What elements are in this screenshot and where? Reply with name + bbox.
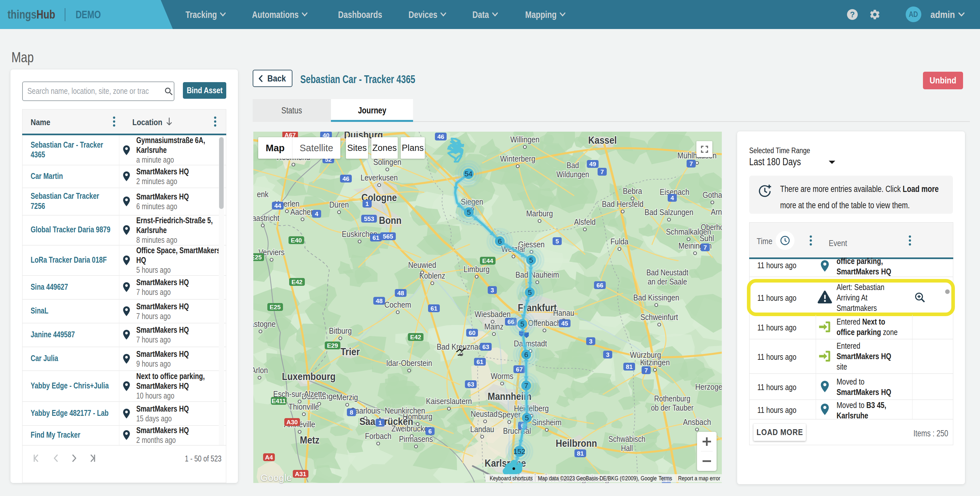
svg-text:Arlon: Arlon (253, 365, 268, 375)
svg-text:3: 3 (606, 351, 610, 358)
svg-text:Bad Salzungen: Bad Salzungen (644, 207, 694, 217)
svg-text:Arnst: Arnst (711, 207, 722, 216)
svg-text:E42: E42 (291, 279, 302, 286)
svg-text:Herzogenaurac: Herzogenaurac (695, 382, 722, 391)
svg-text:Schweinfurt: Schweinfurt (640, 312, 678, 322)
svg-text:3: 3 (491, 287, 494, 294)
svg-text:48: 48 (375, 297, 382, 304)
svg-text:5: 5 (467, 208, 471, 216)
svg-text:3: 3 (589, 338, 593, 345)
svg-text:Willingen: Willingen (510, 135, 539, 144)
svg-text:Leverkusen: Leverkusen (361, 173, 398, 182)
svg-text:Oberho: Oberho (701, 223, 722, 232)
svg-text:Bad: Bad (566, 161, 579, 170)
svg-text:E25: E25 (253, 254, 262, 261)
svg-text:Mainz: Mainz (484, 322, 504, 331)
svg-text:Wildungen: Wildungen (557, 170, 589, 179)
svg-text:Bebra: Bebra (623, 186, 642, 196)
svg-text:E411: E411 (272, 397, 286, 404)
svg-text:Bad Kissingen: Bad Kissingen (633, 293, 679, 302)
svg-text:Schwäbisch: Schwäbisch (608, 434, 645, 444)
svg-text:6: 6 (498, 237, 502, 245)
svg-text:E29: E29 (327, 342, 338, 349)
svg-text:Düren: Düren (329, 200, 349, 209)
svg-text:Kitzingen: Kitzingen (640, 358, 670, 367)
svg-text:5: 5 (555, 238, 559, 245)
svg-text:7: 7 (524, 382, 528, 390)
svg-text:4: 4 (671, 194, 674, 201)
svg-text:5: 5 (528, 288, 532, 297)
svg-text:Marburg: Marburg (526, 208, 553, 218)
svg-text:63: 63 (482, 343, 489, 350)
svg-text:5: 5 (529, 256, 533, 264)
svg-text:Metz: Metz (300, 434, 320, 446)
svg-text:Pirmasens: Pirmasens (399, 434, 433, 444)
svg-text:Maastricht: Maastricht (253, 213, 279, 223)
svg-text:60: 60 (468, 329, 475, 336)
svg-text:Trier: Trier (341, 346, 360, 358)
svg-text:Bad Hersfeld: Bad Hersfeld (602, 199, 644, 208)
svg-text:Hall: Hall (621, 444, 633, 453)
svg-text:Rothenburg: Rothenburg (654, 394, 690, 403)
svg-text:565: 565 (383, 233, 393, 240)
svg-text:Heilbronn: Heilbronn (556, 437, 597, 449)
svg-text:Cochem: Cochem (384, 300, 411, 309)
svg-text:Worms: Worms (491, 371, 514, 381)
svg-text:Bastogne: Bastogne (253, 319, 276, 329)
svg-text:Kassel: Kassel (588, 134, 617, 146)
svg-text:enk: enk (257, 189, 269, 199)
svg-text:152: 152 (514, 447, 525, 456)
svg-text:Forbach: Forbach (365, 431, 391, 440)
svg-text:Hanau: Hanau (553, 308, 574, 317)
svg-text:46: 46 (342, 175, 349, 182)
svg-text:A31: A31 (295, 471, 307, 477)
svg-text:Neunkirchen: Neunkirchen (385, 406, 425, 415)
svg-text:1: 1 (366, 200, 369, 207)
svg-text:Alsfeld: Alsfeld (574, 217, 596, 226)
svg-text:45: 45 (561, 320, 568, 327)
svg-text:81: 81 (625, 363, 633, 370)
svg-text:Kaiserslautern: Kaiserslautern (426, 396, 472, 406)
svg-text:Fulda: Fulda (610, 237, 628, 246)
svg-text:61: 61 (430, 305, 438, 312)
svg-text:E25: E25 (270, 304, 281, 310)
svg-text:5: 5 (525, 414, 529, 422)
svg-text:61: 61 (476, 358, 484, 365)
svg-text:Merzig: Merzig (336, 393, 358, 402)
svg-text:81: 81 (577, 450, 584, 457)
svg-text:an der Saale: an der Saale (648, 277, 687, 286)
svg-text:7: 7 (601, 169, 604, 175)
svg-text:8: 8 (350, 409, 353, 416)
svg-text:A30: A30 (286, 419, 298, 426)
svg-text:5: 5 (520, 320, 524, 328)
svg-text:Neuwied: Neuwied (408, 260, 436, 270)
svg-text:Bad Kreuznach: Bad Kreuznach (437, 342, 486, 351)
svg-text:Gotha: Gotha (703, 190, 722, 199)
svg-text:E44: E44 (482, 258, 493, 264)
svg-text:63: 63 (467, 381, 474, 388)
svg-text:Limburg: Limburg (464, 264, 490, 274)
svg-text:7: 7 (644, 367, 648, 374)
svg-text:Ansbach: Ansbach (683, 417, 711, 427)
svg-text:44: 44 (274, 202, 282, 209)
svg-text:Luxembourg: Luxembourg (282, 370, 336, 382)
svg-text:A4: A4 (265, 454, 273, 461)
svg-text:Thionville: Thionville (288, 402, 319, 411)
svg-text:Idar-Oberstein: Idar-Oberstein (386, 358, 432, 367)
svg-text:E40: E40 (291, 237, 302, 244)
svg-text:7: 7 (703, 244, 707, 251)
svg-text:6: 6 (524, 351, 528, 359)
svg-text:Neustadt: Neustadt (471, 409, 500, 418)
svg-text:61: 61 (372, 234, 379, 241)
svg-text:Bad Neustadt: Bad Neustadt (646, 268, 689, 277)
svg-text:Wiesbaden: Wiesbaden (475, 309, 511, 319)
svg-text:7: 7 (689, 161, 693, 167)
svg-text:Bitburg: Bitburg (329, 326, 352, 335)
svg-text:54: 54 (465, 170, 473, 178)
svg-text:Aachen: Aachen (291, 207, 315, 216)
svg-text:46: 46 (437, 133, 444, 140)
svg-text:4: 4 (315, 210, 318, 217)
svg-text:6: 6 (428, 428, 432, 435)
svg-text:66: 66 (596, 282, 603, 289)
svg-text:1: 1 (379, 420, 382, 426)
